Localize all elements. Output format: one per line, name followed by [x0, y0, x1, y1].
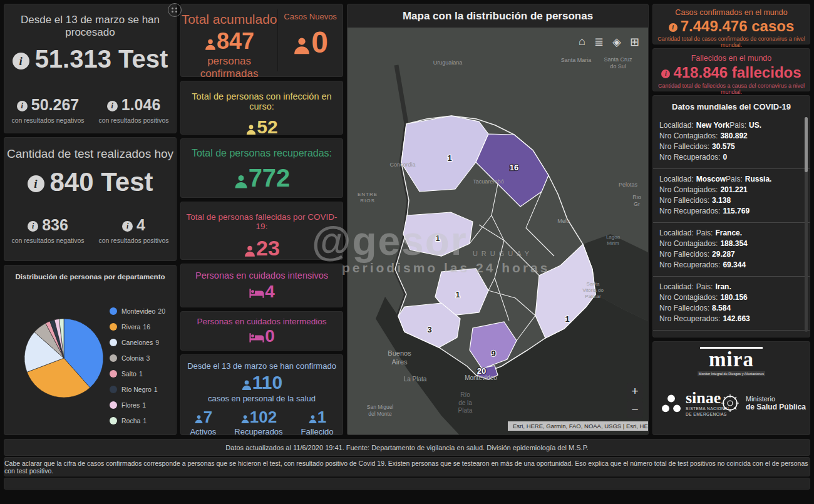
total-acumulado: Total acumulado 847 personas confirmadas [181, 4, 277, 76]
person-icon [292, 36, 311, 55]
pie-legend: Montevideo20 Rivera16 Canelones9 Colonia… [110, 303, 165, 428]
world-entry: Localidad:Pais:Iran. Nro Contagiados:180… [653, 276, 810, 330]
map-panel: Mapa con la distribución de personas [347, 4, 649, 435]
footer-disclaimer-text: Cabe aclarar que la cifra de casos confi… [4, 460, 810, 475]
legend-swatch [110, 370, 117, 378]
legend-swatch [110, 307, 117, 315]
icu-panel: Personas en cuidados intensivos 4 [180, 264, 343, 307]
world-entry: Localidad:MoscowPais:Russia. Nro Contagi… [653, 168, 810, 222]
msp-emblem-icon [719, 392, 741, 414]
person-icon [245, 124, 257, 135]
msp-logo: Ministerio de Salud Pública [719, 392, 806, 414]
legend-swatch [110, 386, 117, 393]
world-data-list[interactable]: Localidad:New YorkPais:US. Nro Contagiad… [653, 115, 810, 337]
world-entry: Localidad:Pais:Turkey. Nro Contagiados:1… [653, 330, 810, 337]
person-icon [308, 414, 317, 424]
deaths-panel: Total de personas fallecidas por COVID-1… [180, 202, 343, 260]
person-icon [244, 245, 256, 257]
home-icon[interactable]: ⌂ [579, 35, 585, 49]
basemap-icon[interactable]: ⊞ [630, 35, 639, 49]
info-icon[interactable]: i [122, 221, 133, 232]
person-icon [234, 174, 249, 189]
zoom-out-button[interactable]: − [627, 401, 643, 418]
scrollbar-thumb[interactable] [805, 117, 808, 172]
map-canvas[interactable]: 1 16 1 1 3 9 20 1 Uruguaiana Santa Maria… [348, 28, 648, 435]
tests-today-panel: Cantidad de test realizados hoy i840 Tes… [4, 137, 177, 261]
mira-logo-word: mira [698, 349, 765, 370]
positive-tests: i4 con resultados positivos [98, 216, 168, 244]
panel-title: Cantidad de test realizados hoy [4, 138, 176, 161]
mira-logo: mira Monitor Integral de Riesgos y Afect… [653, 347, 810, 378]
negative-tests: i836 con resultados negativos [11, 216, 84, 244]
msp-line1: Ministerio [746, 395, 806, 403]
tests-total: i51.313 Test [4, 45, 176, 73]
person-icon [194, 414, 204, 424]
health-workers-recovered: 102 Recuperados [234, 408, 282, 436]
dept-count-flores: 1 [455, 290, 460, 299]
legend-swatch [110, 417, 117, 424]
legend-item[interactable]: Flores1 [110, 397, 165, 413]
legend-item[interactable]: Canelones9 [110, 334, 165, 350]
info-icon[interactable]: i [28, 175, 44, 192]
legend-item[interactable]: Rocha1 [110, 413, 165, 428]
accumulated-panel: Total acumulado 847 personas confirmadas… [180, 4, 343, 77]
layers-icon[interactable]: ◈ [612, 35, 621, 49]
map-title: Mapa con la distribución de personas [348, 4, 648, 28]
person-icon [240, 414, 250, 424]
hospital-bed-icon [249, 287, 265, 299]
info-icon[interactable]: i [661, 69, 670, 78]
legend-icon[interactable]: ≣ [594, 35, 604, 49]
mira-logo-tagline: Monitor Integral de Riesgos y Afectacion… [698, 371, 765, 376]
tests-today-total: i840 Test [4, 167, 176, 197]
info-icon[interactable]: i [107, 101, 118, 111]
health-workers-panel: Desde el 13 de marzo se han confirmado 1… [180, 354, 343, 435]
legend-item[interactable]: Rivera16 [110, 319, 165, 334]
footer-empty-bar [4, 478, 810, 490]
list-title: Datos mundiales del COVID-19 [653, 96, 810, 115]
panel-title: Desde el 13 de marzo se han procesado [4, 4, 176, 39]
legend-swatch [110, 339, 117, 346]
pie-chart-panel: Distribución de personas por departament… [4, 265, 177, 435]
legend-item[interactable]: Río Negro1 [110, 381, 165, 397]
legend-item[interactable]: Colonia3 [110, 350, 165, 366]
footer-updated-text: Datos actualizados al 11/6/2020 19:41. F… [225, 444, 588, 451]
dept-count-montevideo: 20 [477, 366, 486, 376]
info-icon[interactable]: i [669, 23, 677, 32]
world-entry: Localidad:Pais:France. Nro Contagiados:1… [653, 222, 810, 276]
intermediate-care-panel: Personas en cuidados intermedios 0 [180, 311, 343, 351]
world-deaths-panel: Fallecidos en el mundo i418.846 fallecid… [652, 48, 810, 91]
negative-tests: i50.267 con resultados negativos [11, 96, 84, 124]
world-confirmed-panel: Casos confirmados en el mundo i7.449.476… [652, 4, 810, 44]
chart-title: Distribución de personas por departament… [4, 265, 176, 280]
legend-item[interactable]: Montevideo20 [110, 303, 165, 319]
logos-panel: mira Monitor Integral de Riesgos y Afect… [652, 341, 810, 435]
world-entry: Localidad:New YorkPais:US. Nro Contagiad… [653, 115, 810, 168]
drag-handle-icon[interactable] [168, 3, 182, 17]
zoom-in-button[interactable]: + [627, 383, 643, 399]
hospital-bed-icon [249, 332, 265, 344]
info-icon[interactable]: i [28, 221, 38, 232]
footer-updated-bar: Datos actualizados al 11/6/2020 19:41. F… [4, 439, 810, 456]
info-icon[interactable]: i [17, 101, 28, 111]
map-toolbar: ⌂ ≣ ◈ ⊞ [579, 35, 639, 49]
health-workers-deceased: 1 Fallecido [301, 408, 334, 436]
health-workers-active: 7 Activos [190, 408, 216, 436]
casos-nuevos: Casos Nuevos 0 [278, 4, 343, 76]
uruguay-map: 1 16 1 1 3 9 20 1 [348, 28, 648, 435]
msp-line2: de Salud Pública [746, 403, 806, 411]
legend-item[interactable]: Salto1 [110, 366, 165, 381]
dept-count-rocha: 1 [565, 314, 569, 324]
world-data-list-panel: Datos mundiales del COVID-19 Localidad:N… [652, 95, 810, 337]
positive-tests: i1.046 con resultados positivos [98, 96, 168, 124]
active-infections-panel: Total de personas con infección en curso… [180, 81, 343, 135]
dept-count-colonia: 3 [427, 325, 431, 334]
covid-dashboard: Desde el 13 de marzo se han procesado i5… [0, 0, 814, 504]
dept-count-salto: 1 [447, 153, 451, 163]
legend-swatch [110, 354, 117, 362]
person-icon [204, 38, 217, 51]
legend-swatch [110, 401, 117, 409]
info-icon[interactable]: i [13, 53, 29, 69]
map-attribution[interactable]: Esri, HERE, Garmin, FAO, NOAA, USGS | Es… [508, 421, 648, 431]
dept-count-rio-negro: 1 [435, 234, 440, 243]
recovered-panel: Total de personas recuperadas: 772 [180, 138, 343, 198]
